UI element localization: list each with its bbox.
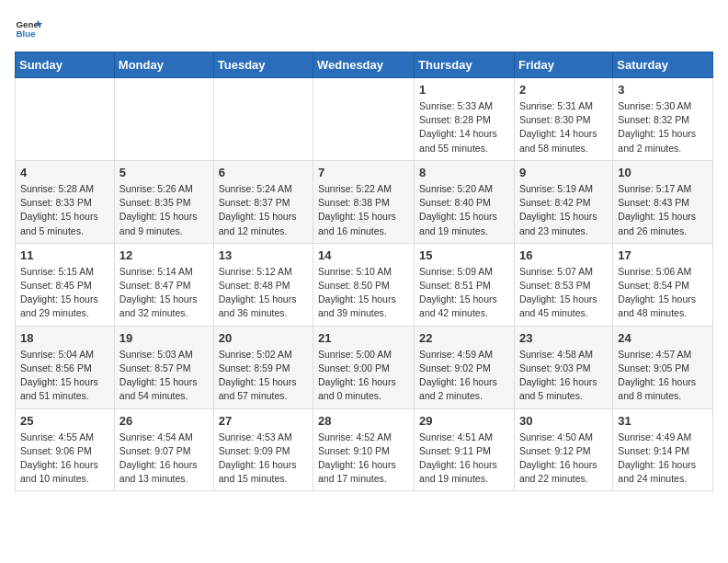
day-number: 22 xyxy=(419,331,509,345)
calendar-cell: 28Sunrise: 4:52 AM Sunset: 9:10 PM Dayli… xyxy=(313,408,415,491)
column-header-friday: Friday xyxy=(514,52,612,78)
day-number: 18 xyxy=(20,331,109,345)
calendar-cell: 20Sunrise: 5:02 AM Sunset: 8:59 PM Dayli… xyxy=(213,326,313,408)
day-number: 6 xyxy=(219,166,308,179)
day-number: 30 xyxy=(519,414,608,428)
calendar-cell: 11Sunrise: 5:15 AM Sunset: 8:45 PM Dayli… xyxy=(16,243,115,326)
day-number: 10 xyxy=(618,166,708,179)
calendar-cell: 9Sunrise: 5:19 AM Sunset: 8:42 PM Daylig… xyxy=(514,160,612,243)
day-info: Sunrise: 5:06 AM Sunset: 8:54 PM Dayligh… xyxy=(618,265,708,321)
column-header-thursday: Thursday xyxy=(415,52,515,78)
calendar-cell: 17Sunrise: 5:06 AM Sunset: 8:54 PM Dayli… xyxy=(613,243,713,326)
calendar-cell: 31Sunrise: 4:49 AM Sunset: 9:14 PM Dayli… xyxy=(613,408,713,491)
day-info: Sunrise: 5:20 AM Sunset: 8:40 PM Dayligh… xyxy=(419,182,509,238)
day-number: 14 xyxy=(318,248,409,262)
day-number: 8 xyxy=(419,166,509,179)
day-info: Sunrise: 5:02 AM Sunset: 8:59 PM Dayligh… xyxy=(219,348,308,404)
calendar-cell: 30Sunrise: 4:50 AM Sunset: 9:12 PM Dayli… xyxy=(514,408,612,491)
logo-icon: General Blue xyxy=(15,15,42,42)
day-number: 9 xyxy=(519,166,608,179)
calendar-cell: 29Sunrise: 4:51 AM Sunset: 9:11 PM Dayli… xyxy=(415,408,515,491)
day-info: Sunrise: 5:00 AM Sunset: 9:00 PM Dayligh… xyxy=(318,348,409,404)
column-header-saturday: Saturday xyxy=(613,52,713,78)
calendar-cell: 14Sunrise: 5:10 AM Sunset: 8:50 PM Dayli… xyxy=(313,243,415,326)
day-number: 29 xyxy=(419,414,509,428)
calendar-cell: 25Sunrise: 4:55 AM Sunset: 9:06 PM Dayli… xyxy=(16,408,115,491)
day-number: 25 xyxy=(20,414,109,428)
calendar-cell: 26Sunrise: 4:54 AM Sunset: 9:07 PM Dayli… xyxy=(114,408,213,491)
day-number: 28 xyxy=(318,414,409,428)
day-info: Sunrise: 5:07 AM Sunset: 8:53 PM Dayligh… xyxy=(519,265,608,321)
day-info: Sunrise: 5:09 AM Sunset: 8:51 PM Dayligh… xyxy=(419,265,509,321)
week-row-5: 25Sunrise: 4:55 AM Sunset: 9:06 PM Dayli… xyxy=(16,408,713,491)
column-header-sunday: Sunday xyxy=(16,52,115,78)
day-info: Sunrise: 4:51 AM Sunset: 9:11 PM Dayligh… xyxy=(419,431,509,487)
day-number: 11 xyxy=(20,248,109,262)
day-info: Sunrise: 5:31 AM Sunset: 8:30 PM Dayligh… xyxy=(519,99,608,155)
day-number: 23 xyxy=(519,331,608,345)
day-info: Sunrise: 4:54 AM Sunset: 9:07 PM Dayligh… xyxy=(119,431,209,487)
day-info: Sunrise: 4:57 AM Sunset: 9:05 PM Dayligh… xyxy=(618,348,708,404)
calendar-cell: 16Sunrise: 5:07 AM Sunset: 8:53 PM Dayli… xyxy=(514,243,612,326)
day-number: 7 xyxy=(318,166,409,179)
calendar-table: SundayMondayTuesdayWednesdayThursdayFrid… xyxy=(15,52,713,491)
day-info: Sunrise: 5:15 AM Sunset: 8:45 PM Dayligh… xyxy=(20,265,109,321)
calendar-cell: 3Sunrise: 5:30 AM Sunset: 8:32 PM Daylig… xyxy=(613,78,713,161)
logo: General Blue xyxy=(15,15,42,42)
calendar-cell: 24Sunrise: 4:57 AM Sunset: 9:05 PM Dayli… xyxy=(613,326,713,408)
day-number: 4 xyxy=(20,166,109,179)
calendar-cell: 7Sunrise: 5:22 AM Sunset: 8:38 PM Daylig… xyxy=(313,160,415,243)
day-info: Sunrise: 5:14 AM Sunset: 8:47 PM Dayligh… xyxy=(119,265,209,321)
day-info: Sunrise: 4:53 AM Sunset: 9:09 PM Dayligh… xyxy=(219,431,308,487)
day-info: Sunrise: 5:12 AM Sunset: 8:48 PM Dayligh… xyxy=(219,265,308,321)
day-number: 31 xyxy=(618,414,708,428)
calendar-cell: 18Sunrise: 5:04 AM Sunset: 8:56 PM Dayli… xyxy=(16,326,115,408)
day-info: Sunrise: 4:52 AM Sunset: 9:10 PM Dayligh… xyxy=(318,431,409,487)
calendar-cell xyxy=(213,78,313,161)
column-header-monday: Monday xyxy=(114,52,213,78)
day-number: 26 xyxy=(119,414,209,428)
day-info: Sunrise: 5:04 AM Sunset: 8:56 PM Dayligh… xyxy=(20,348,109,404)
day-info: Sunrise: 5:26 AM Sunset: 8:35 PM Dayligh… xyxy=(119,182,209,238)
calendar-cell: 10Sunrise: 5:17 AM Sunset: 8:43 PM Dayli… xyxy=(613,160,713,243)
calendar-header-row: SundayMondayTuesdayWednesdayThursdayFrid… xyxy=(16,52,713,78)
day-info: Sunrise: 4:50 AM Sunset: 9:12 PM Dayligh… xyxy=(519,431,608,487)
calendar-cell: 8Sunrise: 5:20 AM Sunset: 8:40 PM Daylig… xyxy=(415,160,515,243)
calendar-cell xyxy=(16,78,115,161)
day-number: 20 xyxy=(219,331,308,345)
calendar-cell: 2Sunrise: 5:31 AM Sunset: 8:30 PM Daylig… xyxy=(514,78,612,161)
svg-text:Blue: Blue xyxy=(17,29,37,39)
week-row-1: 1Sunrise: 5:33 AM Sunset: 8:28 PM Daylig… xyxy=(16,78,713,161)
day-info: Sunrise: 5:28 AM Sunset: 8:33 PM Dayligh… xyxy=(20,182,109,238)
day-info: Sunrise: 5:19 AM Sunset: 8:42 PM Dayligh… xyxy=(519,182,608,238)
day-number: 12 xyxy=(119,248,209,262)
day-number: 5 xyxy=(119,166,209,179)
calendar-cell: 22Sunrise: 4:59 AM Sunset: 9:02 PM Dayli… xyxy=(415,326,515,408)
calendar-cell: 27Sunrise: 4:53 AM Sunset: 9:09 PM Dayli… xyxy=(213,408,313,491)
week-row-2: 4Sunrise: 5:28 AM Sunset: 8:33 PM Daylig… xyxy=(16,160,713,243)
day-number: 27 xyxy=(219,414,308,428)
calendar-cell: 12Sunrise: 5:14 AM Sunset: 8:47 PM Dayli… xyxy=(114,243,213,326)
calendar-cell: 6Sunrise: 5:24 AM Sunset: 8:37 PM Daylig… xyxy=(213,160,313,243)
column-header-wednesday: Wednesday xyxy=(313,52,415,78)
calendar-cell: 5Sunrise: 5:26 AM Sunset: 8:35 PM Daylig… xyxy=(114,160,213,243)
day-info: Sunrise: 5:17 AM Sunset: 8:43 PM Dayligh… xyxy=(618,182,708,238)
day-number: 17 xyxy=(618,248,708,262)
calendar-cell: 19Sunrise: 5:03 AM Sunset: 8:57 PM Dayli… xyxy=(114,326,213,408)
week-row-4: 18Sunrise: 5:04 AM Sunset: 8:56 PM Dayli… xyxy=(16,326,713,408)
calendar-cell: 13Sunrise: 5:12 AM Sunset: 8:48 PM Dayli… xyxy=(213,243,313,326)
day-info: Sunrise: 5:10 AM Sunset: 8:50 PM Dayligh… xyxy=(318,265,409,321)
day-number: 24 xyxy=(618,331,708,345)
day-number: 1 xyxy=(419,83,509,97)
page-header: General Blue xyxy=(15,15,713,42)
day-number: 15 xyxy=(419,248,509,262)
day-info: Sunrise: 4:49 AM Sunset: 9:14 PM Dayligh… xyxy=(618,431,708,487)
day-info: Sunrise: 4:55 AM Sunset: 9:06 PM Dayligh… xyxy=(20,431,109,487)
day-info: Sunrise: 5:30 AM Sunset: 8:32 PM Dayligh… xyxy=(618,99,708,155)
day-info: Sunrise: 4:58 AM Sunset: 9:03 PM Dayligh… xyxy=(519,348,608,404)
day-number: 16 xyxy=(519,248,608,262)
day-number: 19 xyxy=(119,331,209,345)
calendar-cell: 4Sunrise: 5:28 AM Sunset: 8:33 PM Daylig… xyxy=(16,160,115,243)
day-info: Sunrise: 5:03 AM Sunset: 8:57 PM Dayligh… xyxy=(119,348,209,404)
calendar-cell xyxy=(114,78,213,161)
